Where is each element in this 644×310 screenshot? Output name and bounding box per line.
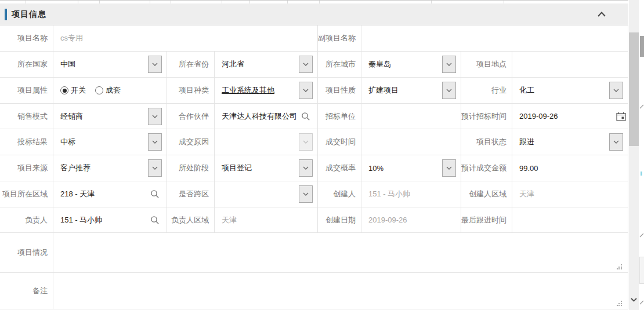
expected-amount-input[interactable]: 99.00 <box>512 155 628 181</box>
resize-grip-fragment <box>639 233 644 238</box>
bid-result-dropdown-button[interactable] <box>148 133 162 151</box>
source-dropdown-button[interactable] <box>148 159 162 177</box>
country-field: 中国 <box>53 52 167 77</box>
industry-dropdown-button[interactable] <box>609 82 623 99</box>
resize-grip-fragment <box>639 104 644 109</box>
vertical-scrollbar[interactable] <box>629 0 639 310</box>
category-label: 项目种类 <box>167 78 215 103</box>
stage-value: 项目登记 <box>222 163 252 173</box>
expected-amount-value: 99.00 <box>519 164 538 173</box>
underlying-cursor-fragment <box>641 172 642 176</box>
bidding-unit-label: 招标单位 <box>318 104 361 129</box>
form-row: 备注 <box>0 273 628 309</box>
cross-region-label: 是否跨区 <box>167 181 215 207</box>
province-dropdown-button[interactable] <box>299 56 313 73</box>
scrollbar-thumb[interactable] <box>629 32 639 146</box>
search-icon[interactable] <box>150 189 160 199</box>
search-icon[interactable] <box>301 112 310 121</box>
section-title: 项目信息 <box>12 9 46 20</box>
deal-reason-label: 成交原因 <box>167 129 215 155</box>
owner-value: 151 - 马小帅 <box>60 215 102 225</box>
category-dropdown-button[interactable] <box>299 82 313 99</box>
category-field: 工业系统及其他 <box>215 78 318 103</box>
form-row: 项目所在区域 218 - 天津 是否跨区 创建人 151 - 马小帅 创建人区域 <box>0 181 628 207</box>
form-row: 销售模式 经销商 合作伙伴 天津达人科技有限公司 招标单位 预计招标时间 <box>0 104 628 129</box>
nature-dropdown-button[interactable] <box>442 82 456 99</box>
resize-grip-icon[interactable] <box>617 264 623 269</box>
resize-grip-fragment <box>639 300 644 305</box>
province-field: 河北省 <box>215 52 318 77</box>
underlying-panel-fragment <box>639 257 644 284</box>
country-value: 中国 <box>60 59 75 70</box>
partner-value: 天津达人科技有限公司 <box>222 111 297 122</box>
project-name-field: cs专用 <box>53 25 318 51</box>
project-region-value: 218 - 天津 <box>60 189 95 199</box>
project-situation-textarea[interactable] <box>53 233 628 272</box>
expected-amount-label: 预计成交金额 <box>461 155 512 181</box>
nature-value: 扩建项目 <box>368 85 399 96</box>
location-label: 项目地点 <box>461 52 512 77</box>
form-row: 负责人 151 - 马小帅 负责人区域 天津 创建日期 2019-09-26 最… <box>0 207 628 233</box>
cross-region-dropdown-button[interactable] <box>299 185 313 203</box>
stage-field: 项目登记 <box>215 155 318 181</box>
calendar-icon[interactable] <box>616 112 626 121</box>
project-status-dropdown-button[interactable] <box>609 133 623 151</box>
industry-value: 化工 <box>519 85 534 96</box>
country-dropdown-button[interactable] <box>148 56 162 73</box>
project-region-lookup-field[interactable]: 218 - 天津 <box>53 181 167 207</box>
deal-probability-value: 10% <box>368 164 383 173</box>
chevron-down-icon <box>446 63 452 66</box>
scrollbar-down-button[interactable] <box>629 294 639 305</box>
radio-switch[interactable] <box>60 86 68 94</box>
search-icon[interactable] <box>150 216 160 225</box>
stage-dropdown-button[interactable] <box>299 159 313 177</box>
deal-probability-label: 成交概率 <box>318 155 361 181</box>
sub-project-name-input[interactable] <box>361 25 628 51</box>
resize-grip-icon[interactable] <box>617 300 623 306</box>
sales-mode-dropdown-button[interactable] <box>148 108 162 125</box>
partner-label: 合作伙伴 <box>167 104 215 129</box>
expected-bid-time-field[interactable]: 2019-09-26 <box>512 104 628 129</box>
deal-probability-field: 10% <box>361 155 461 181</box>
radio-complete-set[interactable] <box>95 86 103 94</box>
chevron-down-icon <box>152 166 158 170</box>
chevron-down-icon <box>303 89 309 92</box>
bidding-unit-input[interactable] <box>361 104 461 129</box>
chevron-down-icon <box>152 140 158 144</box>
collapse-section-button[interactable] <box>597 10 606 17</box>
creator-field: 151 - 马小帅 <box>361 181 461 207</box>
last-follow-time-field <box>512 207 628 232</box>
deal-time-label: 成交时间 <box>318 129 361 155</box>
location-input[interactable] <box>512 52 628 77</box>
chevron-down-icon <box>303 166 309 170</box>
deal-reason-field <box>215 129 318 155</box>
source-label: 项目来源 <box>0 155 53 181</box>
bid-result-value: 中标 <box>60 137 75 147</box>
city-value: 秦皇岛 <box>368 59 391 70</box>
bid-result-field: 中标 <box>53 129 167 155</box>
city-dropdown-button[interactable] <box>442 56 456 73</box>
deal-reason-dropdown-button-disabled <box>299 133 313 151</box>
remark-textarea[interactable] <box>53 273 628 309</box>
creator-value: 151 - 马小帅 <box>368 189 410 199</box>
sales-mode-label: 销售模式 <box>0 104 53 129</box>
deal-time-input[interactable] <box>361 129 461 155</box>
section-header: 项目信息 <box>0 3 628 25</box>
sales-mode-field: 经销商 <box>53 104 167 129</box>
owner-lookup-field[interactable]: 151 - 马小帅 <box>53 207 167 232</box>
project-name-value: cs专用 <box>60 33 83 43</box>
chevron-down-icon <box>152 63 158 66</box>
chevron-up-icon <box>598 12 606 17</box>
owner-region-label: 负责人区域 <box>167 207 215 232</box>
partner-lookup-field[interactable]: 天津达人科技有限公司 <box>215 104 318 129</box>
project-status-field: 跟进 <box>512 129 628 155</box>
panel-content: 项目信息 项目名称 cs专用 副项目名称 所在国家 中国 <box>0 0 628 309</box>
project-info-panel: 项目信息 项目名称 cs专用 副项目名称 所在国家 中国 <box>0 0 644 310</box>
deal-probability-dropdown-button[interactable] <box>442 159 456 177</box>
last-follow-time-label: 最后跟进时间 <box>461 207 512 232</box>
cross-region-field <box>215 181 318 207</box>
create-date-field: 2019-09-26 <box>361 207 461 232</box>
attribute-radio-group: 开关 成套 <box>53 78 167 103</box>
country-label: 所在国家 <box>0 52 53 77</box>
chevron-down-icon <box>303 140 309 144</box>
